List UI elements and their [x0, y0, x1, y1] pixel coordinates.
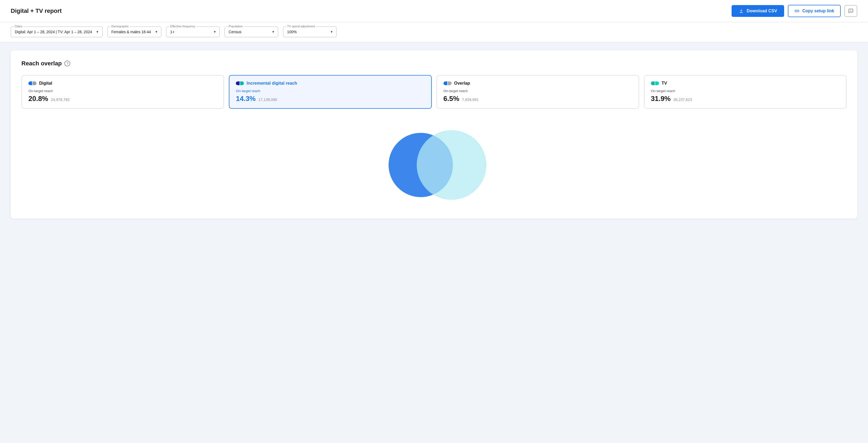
feedback-icon: [848, 8, 854, 14]
metric-card-digital-header: Digital: [28, 81, 217, 86]
venn-circles: [375, 125, 493, 205]
page-title: Digital + TV report: [11, 7, 62, 14]
demographic-filter-label: Demographic: [111, 25, 130, 28]
metric-pct-digital: 20.8%: [28, 95, 48, 103]
venn-svg: [375, 125, 493, 205]
card-title: Reach overlap: [22, 60, 62, 67]
metric-card-tv-header: TV: [651, 81, 840, 86]
demographic-filter-arrow: ▼: [155, 30, 158, 34]
metric-count-digital: 24,978,782: [51, 97, 70, 102]
dates-filter[interactable]: Dates Digital: Apr 1 – 28, 2024 | TV: Ap…: [11, 27, 103, 37]
venn-diagram-container: [22, 122, 846, 208]
metric-values-incremental: 14.3% 17,139,090: [236, 95, 425, 103]
dates-filter-value: Digital: Apr 1 – 28, 2024 | TV: Apr 1 – …: [15, 30, 92, 34]
metric-count-tv: 38,237,623: [673, 97, 692, 102]
venn-circle-tv: [417, 130, 486, 200]
metric-name-overlap: Overlap: [454, 81, 470, 86]
metric-name-digital: Digital: [39, 81, 52, 86]
feedback-button[interactable]: [844, 5, 857, 17]
link-icon: [794, 8, 800, 14]
metric-label-overlap: On-target reach: [443, 89, 632, 93]
main-content: Reach overlap ? Digital On-target reach: [0, 42, 868, 227]
dates-filter-label: Dates: [14, 25, 24, 28]
download-icon: [739, 8, 744, 14]
metric-name-tv: TV: [662, 81, 667, 86]
frequency-filter-label: Effective frequency: [169, 25, 196, 28]
header: Digital + TV report Download CSV Copy se…: [0, 0, 868, 22]
metric-values-tv: 31.9% 38,237,623: [651, 95, 840, 103]
metric-cards-row: Digital On-target reach 20.8% 24,978,782: [22, 75, 846, 109]
metric-values-overlap: 6.5% 7,839,691: [443, 95, 632, 103]
population-filter-label: Population: [227, 25, 244, 28]
dates-filter-arrow: ▼: [96, 30, 99, 34]
metric-label-incremental: On-target reach: [236, 89, 425, 93]
metric-pct-tv: 31.9%: [651, 95, 671, 103]
population-filter-value: Census: [228, 30, 241, 34]
metric-pct-incremental: 14.3%: [236, 95, 256, 103]
header-actions: Download CSV Copy setup link: [732, 5, 857, 17]
toggle-icon-overlap: [443, 82, 452, 85]
metric-card-overlap-header: Overlap: [443, 81, 632, 86]
metric-label-tv: On-target reach: [651, 89, 840, 93]
help-icon[interactable]: ?: [64, 61, 70, 66]
filters-bar: Dates Digital: Apr 1 – 28, 2024 | TV: Ap…: [0, 22, 868, 42]
toggle-icon-tv: [651, 82, 659, 85]
frequency-filter-value: 1+: [170, 30, 175, 34]
tv-spend-filter-label: TV spend adjustment: [286, 25, 316, 28]
reach-overlap-card: Reach overlap ? Digital On-target reach: [11, 50, 857, 219]
metric-card-overlap[interactable]: Overlap On-target reach 6.5% 7,839,691: [437, 75, 639, 109]
demographic-filter[interactable]: Demographic Females & males 18-44 ▼: [107, 27, 162, 37]
metric-label-digital: On-target reach: [28, 89, 217, 93]
download-csv-button[interactable]: Download CSV: [732, 5, 784, 17]
frequency-filter-arrow: ▼: [213, 30, 216, 34]
metric-card-incremental-header: Incremental digital reach: [236, 81, 425, 86]
copy-setup-link-button[interactable]: Copy setup link: [788, 5, 841, 17]
population-filter-arrow: ▼: [272, 30, 275, 34]
metric-values-digital: 20.8% 24,978,782: [28, 95, 217, 103]
metric-card-digital[interactable]: Digital On-target reach 20.8% 24,978,782: [22, 75, 224, 109]
metric-card-incremental[interactable]: Incremental digital reach On-target reac…: [229, 75, 431, 109]
toggle-icon-digital: [28, 82, 36, 85]
page-wrapper: Digital + TV report Download CSV Copy se…: [0, 0, 868, 227]
metric-card-tv[interactable]: TV On-target reach 31.9% 38,237,623: [644, 75, 846, 109]
toggle-icon-incremental: [236, 82, 244, 85]
metric-name-incremental: Incremental digital reach: [247, 81, 297, 86]
card-title-row: Reach overlap ?: [22, 60, 846, 67]
tv-spend-filter-value: 100%: [287, 30, 297, 34]
metric-count-incremental: 17,139,090: [258, 97, 277, 102]
metric-pct-overlap: 6.5%: [443, 95, 459, 103]
tv-spend-filter-arrow: ▼: [330, 30, 333, 34]
frequency-filter[interactable]: Effective frequency 1+ ▼: [166, 27, 220, 37]
metric-count-overlap: 7,839,691: [462, 97, 478, 102]
population-filter[interactable]: Population Census ▼: [224, 27, 278, 37]
demographic-filter-value: Females & males 18-44: [112, 30, 151, 34]
tv-spend-filter[interactable]: TV spend adjustment 100% ▼: [283, 27, 337, 37]
